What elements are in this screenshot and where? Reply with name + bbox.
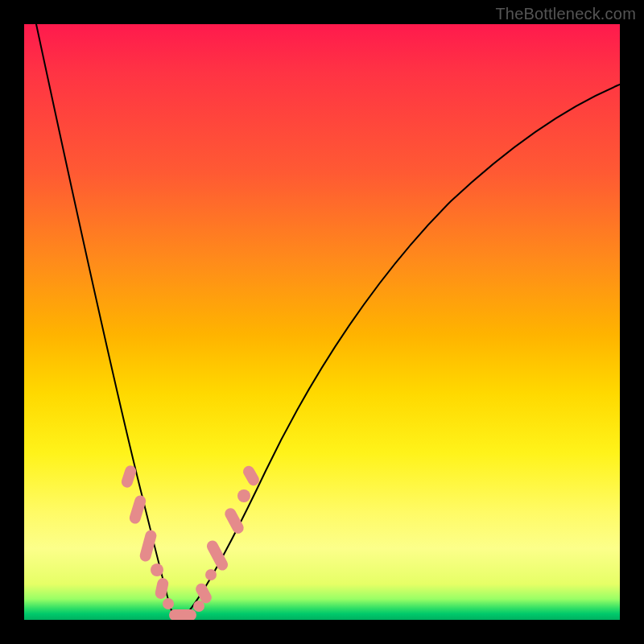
data-marker — [223, 506, 246, 536]
plot-area — [24, 24, 620, 620]
watermark-text: TheBottleneck.com — [495, 5, 636, 23]
data-marker — [193, 601, 204, 612]
data-marker — [163, 598, 174, 609]
data-marker — [237, 489, 250, 502]
data-marker — [120, 464, 138, 489]
data-marker — [241, 464, 261, 488]
data-marker — [128, 494, 147, 526]
chart-frame: TheBottleneck.com — [0, 0, 644, 644]
chart-svg — [24, 24, 620, 620]
data-marker — [169, 609, 196, 620]
data-marker — [151, 564, 163, 576]
data-marker — [205, 569, 217, 580]
bottleneck-curve — [36, 24, 620, 618]
data-marker — [204, 539, 229, 572]
